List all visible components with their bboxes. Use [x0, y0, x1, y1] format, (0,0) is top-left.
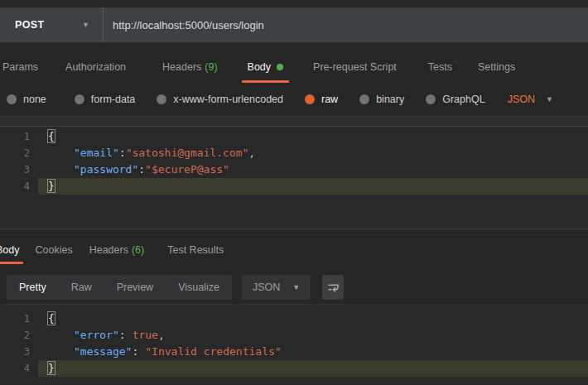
json-key: "password"	[74, 163, 138, 176]
radio-circle-icon	[359, 94, 369, 104]
radio-form-data[interactable]: form-data	[75, 94, 136, 105]
line-number: 4	[0, 360, 38, 377]
method-selector[interactable]: POST ▼	[0, 7, 104, 42]
radio-graphql[interactable]: GraphQL	[426, 94, 484, 105]
tab-body-label: Body	[248, 61, 272, 73]
radio-none-label: none	[23, 94, 46, 105]
postman-app: POST ▼ http://localhost:5000/users/login…	[0, 7, 588, 384]
line-number: 1	[0, 310, 38, 327]
response-tab-body-label: Body	[0, 244, 20, 256]
tab-headers-label: Headers	[162, 61, 201, 73]
code-line-active: 4 }	[0, 178, 588, 195]
response-tab-test-results[interactable]: Test Results	[167, 235, 224, 264]
json-boolean-value: true	[133, 329, 158, 341]
url-input[interactable]: http://localhost:5000/users/login	[104, 7, 588, 42]
json-key: "email"	[74, 147, 119, 159]
request-pane: POST ▼ http://localhost:5000/users/login…	[0, 7, 588, 229]
tab-pre-request-script[interactable]: Pre-request Script	[313, 51, 397, 83]
response-tab-headers[interactable]: Headers (6)	[89, 235, 145, 264]
tab-params-label: Params	[2, 61, 38, 73]
url-bar: POST ▼ http://localhost:5000/users/login	[0, 7, 588, 43]
request-tabs: Params Authorization Headers (9) Body Pr…	[0, 51, 588, 83]
radio-x-www-form-urlencoded[interactable]: x-www-form-urlencoded	[157, 94, 283, 105]
view-pretty[interactable]: Pretty	[19, 282, 46, 293]
json-key: "error"	[74, 329, 119, 341]
radio-circle-icon	[75, 94, 84, 104]
line-number: 3	[0, 344, 38, 360]
code-line-active: 4 }	[0, 360, 588, 377]
open-brace: {	[48, 312, 55, 325]
line-number: 4	[0, 178, 38, 195]
tab-body[interactable]: Body	[248, 51, 284, 83]
tab-authorization[interactable]: Authorization	[65, 51, 126, 83]
tab-params[interactable]: Params	[2, 51, 38, 83]
line-number: 3	[0, 161, 38, 178]
radio-raw[interactable]: raw	[305, 94, 338, 105]
chevron-down-icon: ▼	[82, 22, 89, 29]
editor-top-strip	[0, 116, 588, 127]
radio-graphql-label: GraphQL	[442, 94, 484, 105]
response-tabs: Body Cookies Headers (6) Test Results	[0, 235, 588, 264]
radio-urlencoded-label: x-www-form-urlencoded	[173, 94, 283, 105]
body-type-options: none form-data x-www-form-urlencoded raw…	[0, 83, 588, 116]
raw-language-label: JSON	[508, 94, 535, 105]
tab-settings-label: Settings	[478, 61, 515, 73]
tab-pre-request-label: Pre-request Script	[313, 61, 397, 73]
response-body-editor[interactable]: 1 { 2 "error":true, 3 "message":"Invalid…	[0, 304, 588, 384]
code-line: 1 {	[0, 310, 588, 327]
url-text: http://localhost:5000/users/login	[113, 19, 264, 31]
chevron-down-icon: ▼	[292, 284, 300, 291]
response-tab-body[interactable]: Body	[0, 235, 20, 264]
code-line: 3 "message":"Invalid credentials"	[0, 344, 588, 360]
request-body-editor[interactable]: 1 { 2 "email":"satoshi@gmail.com", 3 "pa…	[0, 127, 588, 229]
view-preview[interactable]: Preview	[117, 282, 153, 293]
response-tab-cookies[interactable]: Cookies	[36, 235, 73, 264]
line-number: 2	[0, 145, 38, 161]
tab-tests-label: Tests	[428, 61, 452, 73]
code-line: 2 "email":"satoshi@gmail.com",	[0, 145, 588, 161]
view-visualize[interactable]: Visualize	[178, 282, 219, 293]
code-line: 2 "error":true,	[0, 327, 588, 344]
body-filled-dot-indicator	[277, 64, 283, 70]
chevron-down-icon: ▼	[546, 96, 553, 103]
wrap-text-button[interactable]	[322, 275, 344, 300]
response-tab-test-results-label: Test Results	[167, 244, 224, 256]
json-key: "message"	[74, 345, 132, 358]
response-tab-cookies-label: Cookies	[36, 244, 73, 256]
method-label: POST	[15, 19, 45, 31]
wrap-text-icon	[327, 282, 340, 293]
view-raw[interactable]: Raw	[71, 282, 92, 293]
response-tab-headers-label: Headers	[89, 244, 128, 256]
close-brace: }	[48, 180, 55, 192]
close-brace: }	[48, 362, 55, 374]
response-language-selector[interactable]: JSON ▼	[242, 275, 311, 300]
line-number: 1	[0, 128, 38, 145]
headers-count-badge: (9)	[205, 61, 217, 73]
response-headers-count-badge: (6)	[132, 244, 144, 256]
radio-raw-label: raw	[321, 94, 338, 105]
tab-authorization-label: Authorization	[65, 61, 126, 73]
json-string-value: "satoshi@gmail.com"	[126, 147, 249, 159]
radio-binary-label: binary	[376, 94, 404, 105]
radio-binary[interactable]: binary	[359, 94, 404, 105]
tab-settings[interactable]: Settings	[478, 51, 515, 83]
code-line: 1 {	[0, 128, 588, 145]
radio-none[interactable]: none	[7, 94, 46, 105]
radio-circle-icon	[157, 94, 166, 104]
radio-circle-icon	[7, 94, 17, 104]
pane-divider[interactable]	[0, 229, 588, 229]
code-line: 3 "password":"$ecureP@ass"	[0, 161, 588, 178]
radio-circle-icon	[426, 94, 436, 104]
tab-headers[interactable]: Headers (9)	[162, 51, 218, 83]
radio-form-data-label: form-data	[91, 94, 136, 105]
response-pane: Body Cookies Headers (6) Test Results Pr…	[0, 235, 588, 384]
radio-selected-icon	[305, 94, 315, 104]
json-string-value: "$ecureP@ass"	[145, 163, 229, 176]
view-mode-switcher: Pretty Raw Preview Visualize	[7, 275, 232, 300]
response-view-toolbar: Pretty Raw Preview Visualize JSON ▼	[0, 275, 588, 300]
open-brace: {	[48, 130, 55, 142]
tab-tests[interactable]: Tests	[428, 51, 452, 83]
raw-language-selector[interactable]: JSON ▼	[508, 94, 553, 105]
response-language-label: JSON	[253, 282, 280, 293]
line-number: 2	[0, 327, 38, 344]
